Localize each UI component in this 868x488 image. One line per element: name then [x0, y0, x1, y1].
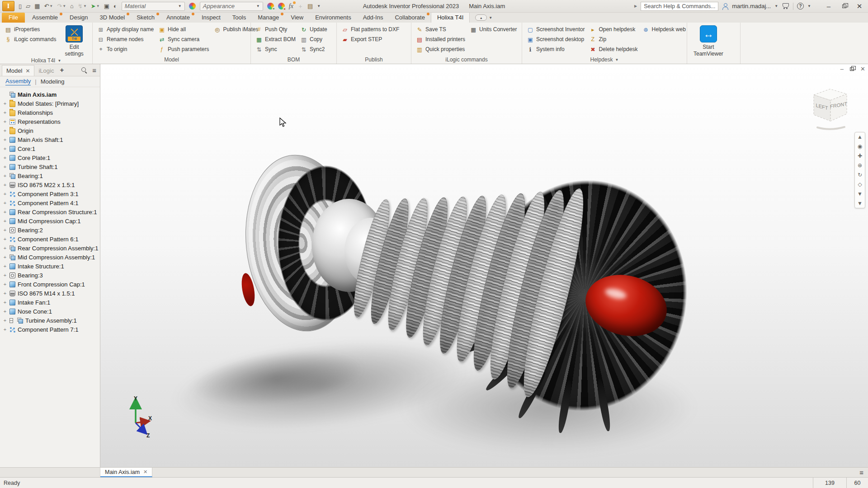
document-settings-icon[interactable]: ▤: [307, 3, 313, 9]
tree-item-relationships[interactable]: +Relationships: [2, 108, 100, 117]
button-export-step[interactable]: ▰Export STEP: [340, 35, 401, 43]
tree-item-main-axis-iam[interactable]: Main Axis.iam: [2, 90, 100, 99]
open-icon[interactable]: ▱: [26, 3, 30, 9]
3d-viewport[interactable]: –✕: [100, 64, 868, 467]
button-push-parameters[interactable]: ƒPush parameters: [156, 45, 211, 53]
tree-item-core-1[interactable]: +Core:1: [2, 144, 100, 153]
button-rename-nodes[interactable]: ⊟Rename nodes: [95, 35, 156, 43]
tree-item-representations[interactable]: +Representations: [2, 117, 100, 126]
tree-item-rear-compression-assembly-1[interactable]: +Rear Compression Assembly:1: [2, 244, 100, 253]
add-appearance-icon[interactable]: [267, 3, 274, 9]
tree-item-iso-8675-m22-x-1-5-1[interactable]: +ISO 8675 M22 x 1.5:1: [2, 180, 100, 189]
chevron-down-icon[interactable]: ▼: [317, 4, 321, 8]
undo-icon[interactable]: ↶▼: [44, 3, 53, 9]
render-sphere-icon[interactable]: ◐: [113, 3, 117, 9]
orbit-icon[interactable]: ↻: [858, 172, 862, 178]
help-icon[interactable]: ?: [797, 3, 804, 9]
ribbon-tab-manage[interactable]: Manage: [252, 13, 285, 23]
expander-plus-icon[interactable]: +: [3, 119, 7, 124]
expander-plus-icon[interactable]: +: [3, 155, 7, 160]
quick-command-icon[interactable]: ↯▼: [78, 3, 87, 9]
expander-plus-icon[interactable]: +: [3, 291, 7, 296]
search-expand-icon[interactable]: ▶: [634, 4, 637, 8]
close-button[interactable]: ✕: [852, 0, 867, 12]
ribbon-tab-environments[interactable]: Environments: [309, 13, 357, 23]
expander-plus-icon[interactable]: +: [3, 272, 7, 278]
button-edit-settings[interactable]: T4IEdit settings: [59, 25, 90, 57]
expander-plus-icon[interactable]: +: [3, 164, 7, 169]
selection-icon[interactable]: ▣: [104, 3, 109, 9]
new-file-icon[interactable]: ▯: [19, 3, 22, 9]
material-dropdown[interactable]: Material▼: [122, 2, 185, 11]
tree-item-rear-compression-structure-1[interactable]: +Rear Compression Structure:1: [2, 207, 100, 216]
chevron-down-icon[interactable]: ▼: [807, 4, 811, 8]
tree-item-origin[interactable]: +Origin: [2, 126, 100, 135]
search-icon[interactable]: [81, 67, 88, 74]
button-delete-helpdesk[interactable]: ✖Delete helpdesk: [587, 45, 639, 53]
button-push-qty[interactable]: #Push Qty: [254, 25, 297, 33]
browser-tab-ilogic[interactable]: iLogic: [34, 66, 58, 76]
button-to-origin[interactable]: ⌖To origin: [95, 45, 156, 53]
button-sync-camera[interactable]: ⇄Sync camera: [156, 35, 211, 43]
minimize-button[interactable]: –: [840, 66, 844, 72]
tree-item-component-pattern-6-1[interactable]: +Component Pattern 6:1: [2, 235, 100, 244]
engine-model[interactable]: [100, 64, 868, 467]
button-update[interactable]: ↻Update: [298, 25, 329, 33]
expander-plus-icon[interactable]: +: [3, 300, 7, 305]
parameters-fx-icon[interactable]: fx: [289, 3, 293, 10]
button-sync2[interactable]: ⇅Sync2: [298, 45, 329, 53]
ribbon-tab-sketch[interactable]: Sketch: [131, 13, 160, 23]
button-quick-properties[interactable]: ▥Quick properties: [414, 45, 467, 53]
expander-plus-icon[interactable]: +: [3, 209, 7, 215]
button-hide-all[interactable]: ▣Hide all: [156, 25, 211, 33]
button-ilogic-commands[interactable]: §iLogic commands: [3, 35, 58, 43]
ribbon-tab-view[interactable]: View: [285, 13, 309, 23]
save-icon[interactable]: ▦: [34, 3, 40, 9]
button-installed-printers[interactable]: ▤Installed printers: [414, 35, 467, 43]
ribbon-tab-tools[interactable]: Tools: [226, 13, 252, 23]
chevron-down-icon[interactable]: ▼: [774, 4, 778, 8]
button-screenshot-desktop[interactable]: ▣Screenshot desktop: [525, 35, 586, 43]
appearance-wheel-icon[interactable]: [189, 3, 196, 9]
expander-plus-icon[interactable]: +: [3, 263, 7, 269]
expander-plus-icon[interactable]: +: [3, 191, 7, 197]
tree-item-component-pattern-7-1[interactable]: +Component Pattern 7:1: [2, 325, 100, 334]
ribbon-tab-design[interactable]: Design: [64, 13, 94, 23]
button-extract-bom[interactable]: ▦Extract BOM: [254, 35, 297, 43]
expander-plus-icon[interactable]: +: [3, 110, 7, 115]
plus-icon[interactable]: ＋: [297, 2, 303, 10]
redo-icon[interactable]: ↷▼: [57, 3, 66, 9]
ribbon-tab-annotate[interactable]: Annotate: [160, 13, 196, 23]
minimize-button[interactable]: –: [821, 0, 836, 12]
ribbon-tab-file[interactable]: File: [2, 13, 25, 23]
add-browser-tab-button[interactable]: +: [60, 66, 64, 74]
expander-plus-icon[interactable]: +: [3, 254, 7, 260]
tree-item-front-compression-cap-1[interactable]: +Front Compression Cap:1: [2, 280, 100, 289]
ribbon-tab-holixa-t4i[interactable]: Holixa T4I: [431, 12, 470, 23]
tree-item-turbine-assembly-1[interactable]: +Turbine Assembly:1: [2, 316, 100, 325]
navigation-wheel-icon[interactable]: ◉: [858, 144, 862, 149]
tree-item-component-pattern-3-1[interactable]: +Component Pattern 3:1: [2, 189, 100, 198]
tree-item-mid-compression-cap-1[interactable]: +Mid Compression Cap:1: [2, 216, 100, 225]
home-icon[interactable]: ⌂: [70, 3, 74, 9]
expander-plus-icon[interactable]: +: [3, 318, 7, 323]
expander-plus-icon[interactable]: +: [3, 200, 7, 206]
tab-assembly[interactable]: Assembly: [5, 78, 31, 85]
ribbon-tab-inspect[interactable]: Inspect: [196, 13, 226, 23]
button-sync[interactable]: ⇅Sync: [254, 45, 297, 53]
tree-item-iso-8675-m14-x-1-5-1[interactable]: +ISO 8675 M14 x 1.5:1: [2, 289, 100, 298]
tree-item-bearing-2[interactable]: +Bearing:2: [2, 225, 100, 235]
tab-modeling[interactable]: Modeling: [41, 78, 65, 85]
ribbon-collapse-button[interactable]: ▲ ▼: [475, 14, 492, 21]
doc-tab-menu-icon[interactable]: ≡: [855, 468, 868, 477]
expander-plus-icon[interactable]: +: [3, 182, 7, 188]
button-helpdesk-web[interactable]: ⊕Helpdesk web: [640, 25, 687, 33]
button-save-ts[interactable]: ✎Save TS: [414, 25, 467, 33]
close-button[interactable]: ✕: [860, 66, 865, 72]
doc-tab-main-axis[interactable]: Main Axis.iam ✕: [100, 468, 152, 477]
tree-item-bearing-1[interactable]: +Bearing:1: [2, 171, 100, 180]
button-system-info[interactable]: ℹSystem info: [525, 45, 586, 53]
close-icon[interactable]: ✕: [143, 469, 147, 475]
button-zip[interactable]: ZZip: [587, 35, 639, 43]
button-open-helpdesk[interactable]: ▸Open helpdesk: [587, 25, 639, 33]
